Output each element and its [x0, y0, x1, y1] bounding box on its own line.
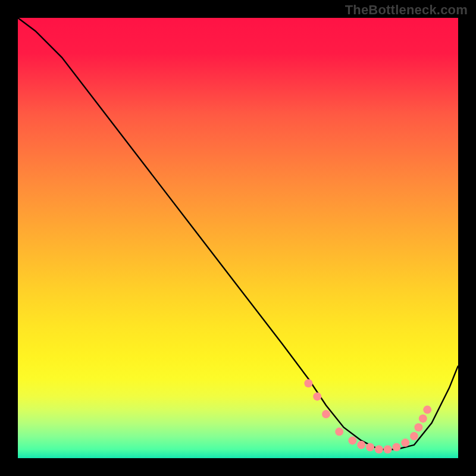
marker-dot	[423, 406, 431, 414]
curve-svg	[18, 18, 458, 458]
marker-group	[304, 379, 431, 453]
marker-dot	[384, 445, 392, 453]
marker-dot	[304, 379, 312, 387]
marker-dot	[392, 443, 400, 452]
marker-dot	[401, 439, 409, 447]
marker-dot	[419, 414, 427, 422]
plot-area	[18, 18, 458, 458]
marker-dot	[322, 410, 330, 418]
marker-dot	[375, 445, 383, 453]
marker-dot	[357, 441, 365, 449]
chart-frame: TheBottleneck.com	[0, 0, 476, 476]
marker-dot	[410, 432, 418, 440]
bottleneck-curve-path	[18, 18, 458, 449]
marker-dot	[366, 443, 374, 452]
marker-dot	[313, 392, 321, 400]
marker-dot	[335, 428, 343, 436]
marker-dot	[348, 436, 356, 444]
marker-dot	[414, 423, 422, 431]
watermark-text: TheBottleneck.com	[345, 2, 468, 18]
